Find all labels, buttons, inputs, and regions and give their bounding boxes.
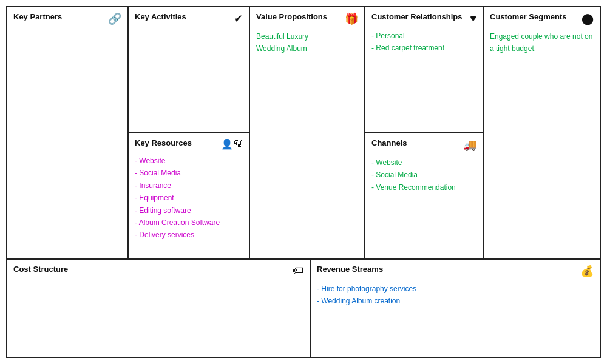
cost-structure-icon: 🏷 [293,265,304,277]
key-partners-column: Key Partners 🔗 [7,7,129,258]
revenue-streams-content: - Hire for photography services - Weddin… [317,283,594,308]
cost-structure-header: Cost Structure 🏷 [13,265,304,277]
key-activities-cell: Key Activities ✔ [129,7,249,133]
revenue-streams-column: Revenue Streams 💰 - Hire for photography… [311,260,600,357]
list-item: - Delivery services [135,229,243,241]
business-model-canvas: Key Partners 🔗 Key Activities ✔ [6,6,601,358]
value-propositions-header: Value Propositions 🎁 [256,12,358,25]
revenue-streams-title: Revenue Streams [317,265,383,274]
customer-relationships-icon: ♥ [470,12,476,25]
key-resources-header: Key Resources 👤🏗 [135,138,243,150]
list-item: - Venue Recommendation [371,181,476,194]
key-partners-cell: Key Partners 🔗 [7,7,127,258]
key-resources-icon: 👤🏗 [221,138,243,150]
customer-segments-column: Customer Segments ⬤ Engaged couple who a… [484,7,600,258]
key-partners-icon: 🔗 [108,12,121,25]
channels-content: - Website - Social Media - Venue Recomme… [371,157,476,194]
list-item: Beautiful LuxuryWedding Album [256,30,358,55]
list-item: - Insurance [135,180,243,192]
key-activities-icon: ✔ [234,12,243,25]
key-activities-column: Key Activities ✔ Key Resources 👤🏗 - Webs… [129,7,250,258]
canvas: Key Partners 🔗 Key Activities ✔ [0,0,607,364]
revenue-streams-icon: 💰 [580,265,594,278]
revenue-streams-header: Revenue Streams 💰 [317,265,594,278]
customer-relationships-column: Customer Relationships ♥ - Personal - Re… [365,7,484,258]
key-resources-cell: Key Resources 👤🏗 - Website - Social Medi… [129,133,249,258]
list-item: - Album Creation Software [135,217,243,229]
customer-segments-cell: Customer Segments ⬤ Engaged couple who a… [484,7,600,258]
customer-segments-icon: ⬤ [582,12,594,25]
cost-structure-title: Cost Structure [13,265,68,274]
list-item: - Equipment [135,192,243,204]
list-item: - Personal [371,30,476,42]
customer-relationships-title: Customer Relationships [371,12,463,21]
key-partners-header: Key Partners 🔗 [13,12,121,25]
value-propositions-cell: Value Propositions 🎁 Beautiful LuxuryWed… [250,7,364,258]
list-item: - Hire for photography services [317,283,594,295]
value-propositions-title: Value Propositions [256,12,327,21]
value-propositions-icon: 🎁 [345,12,358,25]
customer-relationships-cell: Customer Relationships ♥ - Personal - Re… [365,7,483,133]
key-activities-title: Key Activities [135,12,186,21]
bottom-section: Cost Structure 🏷 Revenue Streams 💰 - Hir… [7,260,600,357]
top-section: Key Partners 🔗 Key Activities ✔ [7,7,600,260]
cost-structure-cell: Cost Structure 🏷 [7,260,310,357]
list-item: - Social Media [135,167,243,179]
key-activities-header: Key Activities ✔ [135,12,243,25]
value-propositions-content: Beautiful LuxuryWedding Album [256,30,358,55]
revenue-streams-cell: Revenue Streams 💰 - Hire for photography… [311,260,600,357]
customer-segments-title: Customer Segments [490,12,566,21]
list-item: - Editing software [135,204,243,217]
cost-structure-column: Cost Structure 🏷 [7,260,311,357]
customer-relationships-content: - Personal - Red carpet treatment [371,30,476,55]
value-propositions-column: Value Propositions 🎁 Beautiful LuxuryWed… [250,7,365,258]
list-item: - Website [135,155,243,167]
key-partners-title: Key Partners [13,12,62,21]
channels-icon: 🚚 [463,138,476,152]
customer-segments-header: Customer Segments ⬤ [490,12,594,25]
customer-relationships-header: Customer Relationships ♥ [371,12,476,25]
channels-cell: Channels 🚚 - Website - Social Media - Ve… [365,133,483,258]
channels-header: Channels 🚚 [371,138,476,152]
list-item: - Wedding Album creation [317,295,594,307]
list-item: - Social Media [371,169,476,181]
key-resources-title: Key Resources [135,138,192,147]
list-item: - Website [371,157,476,169]
customer-segments-content: Engaged couple who are not on a tight bu… [490,30,594,55]
channels-title: Channels [371,138,407,147]
list-item: - Red carpet treatment [371,42,476,54]
list-item: Engaged couple who are not on a tight bu… [490,30,594,55]
key-resources-content: - Website - Social Media - Insurance - E… [135,155,243,241]
